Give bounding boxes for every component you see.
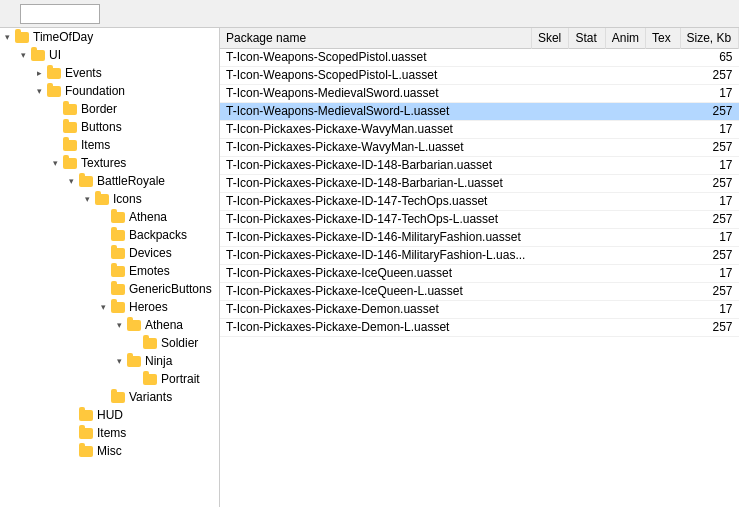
tree-node-foundation[interactable]: ▾Foundation [0,82,219,100]
col-header-stat[interactable]: Stat [569,28,605,48]
expand-icon-timeofday[interactable]: ▾ [0,30,14,44]
tree-label-textures: Textures [81,156,126,170]
expand-icon-foundation[interactable]: ▾ [32,84,46,98]
file-cell-stat [569,174,605,192]
file-cell-tex [646,120,680,138]
file-cell-tex [646,318,680,336]
file-row[interactable]: T-Icon-Pickaxes-Pickaxe-WavyMan-L.uasset… [220,138,739,156]
expand-icon-soldier [128,336,142,350]
tree-label-ui: UI [49,48,61,62]
file-cell-anim [605,282,645,300]
tree-node-heroes[interactable]: ▾Heroes [0,298,219,316]
file-row[interactable]: T-Icon-Pickaxes-Pickaxe-Demon.uasset17 [220,300,739,318]
tree-node-variants[interactable]: Variants [0,388,219,406]
folder-icon-athena-heroes [126,317,142,333]
file-row[interactable]: T-Icon-Pickaxes-Pickaxe-ID-148-Barbarian… [220,156,739,174]
file-row[interactable]: T-Icon-Pickaxes-Pickaxe-ID-147-TechOps-L… [220,210,739,228]
tree-label-border: Border [81,102,117,116]
file-row[interactable]: T-Icon-Pickaxes-Pickaxe-IceQueen-L.uasse… [220,282,739,300]
tree-node-emotes[interactable]: Emotes [0,262,219,280]
file-cell-tex [646,264,680,282]
col-header-size[interactable]: Size, Kb [680,28,738,48]
expand-icon-textures[interactable]: ▾ [48,156,62,170]
tree-label-devices: Devices [129,246,172,260]
tree-node-timeofday[interactable]: ▾TimeOfDay [0,28,219,46]
file-row[interactable]: T-Icon-Pickaxes-Pickaxe-ID-148-Barbarian… [220,174,739,192]
tree-node-icons[interactable]: ▾Icons [0,190,219,208]
file-cell-name: T-Icon-Weapons-MedievalSword.uasset [220,84,531,102]
folder-icon-icons [94,191,110,207]
col-header-name[interactable]: Package name [220,28,531,48]
tree-node-textures[interactable]: ▾Textures [0,154,219,172]
file-cell-anim [605,264,645,282]
folder-icon-soldier [142,335,158,351]
file-cell-stat [569,246,605,264]
expand-icon-athena-heroes[interactable]: ▾ [112,318,126,332]
file-row[interactable]: T-Icon-Pickaxes-Pickaxe-ID-146-MilitaryF… [220,246,739,264]
tree-label-events: Events [65,66,102,80]
expand-icon-items2 [64,426,78,440]
tree-node-hud[interactable]: HUD [0,406,219,424]
file-row[interactable]: T-Icon-Pickaxes-Pickaxe-IceQueen.uasset1… [220,264,739,282]
expand-icon-heroes[interactable]: ▾ [96,300,110,314]
file-cell-tex [646,192,680,210]
file-cell-size: 257 [680,282,738,300]
expand-icon-icons[interactable]: ▾ [80,192,94,206]
file-cell-anim [605,66,645,84]
file-cell-stat [569,156,605,174]
folder-icon-battleroyale [78,173,94,189]
file-cell-tex [646,210,680,228]
file-cell-anim [605,246,645,264]
file-row[interactable]: T-Icon-Weapons-ScopedPistol-L.uasset257 [220,66,739,84]
tree-node-items[interactable]: Items [0,136,219,154]
tree-node-backpacks[interactable]: Backpacks [0,226,219,244]
expand-icon-battleroyale[interactable]: ▾ [64,174,78,188]
tree-node-athena-heroes[interactable]: ▾Athena [0,316,219,334]
expand-icon-items [48,138,62,152]
tree-node-athena-icons[interactable]: Athena [0,208,219,226]
tree-node-events[interactable]: ▸Events [0,64,219,82]
file-cell-tex [646,246,680,264]
file-cell-anim [605,300,645,318]
tree-node-devices[interactable]: Devices [0,244,219,262]
tree-label-buttons: Buttons [81,120,122,134]
file-row[interactable]: T-Icon-Pickaxes-Pickaxe-Demon-L.uasset25… [220,318,739,336]
file-cell-size: 257 [680,318,738,336]
file-cell-name: T-Icon-Pickaxes-Pickaxe-ID-146-MilitaryF… [220,246,531,264]
filter-input[interactable] [20,4,100,24]
folder-icon-timeofday [14,29,30,45]
tree-node-battleroyale[interactable]: ▾BattleRoyale [0,172,219,190]
file-cell-stat [569,318,605,336]
folder-icon-variants [110,389,126,405]
file-row[interactable]: T-Icon-Weapons-MedievalSword.uasset17 [220,84,739,102]
tree-node-ninja[interactable]: ▾Ninja [0,352,219,370]
file-row[interactable]: T-Icon-Weapons-MedievalSword-L.uasset257 [220,102,739,120]
file-cell-tex [646,228,680,246]
file-row[interactable]: T-Icon-Pickaxes-Pickaxe-ID-146-MilitaryF… [220,228,739,246]
file-cell-tex [646,102,680,120]
expand-icon-events[interactable]: ▸ [32,66,46,80]
tree-node-ui[interactable]: ▾UI [0,46,219,64]
expand-icon-ui[interactable]: ▾ [16,48,30,62]
expand-icon-ninja[interactable]: ▾ [112,354,126,368]
tree-node-soldier[interactable]: Soldier [0,334,219,352]
col-header-tex[interactable]: Tex [646,28,680,48]
tree-label-athena-icons: Athena [129,210,167,224]
file-row[interactable]: T-Icon-Pickaxes-Pickaxe-ID-147-TechOps.u… [220,192,739,210]
tree-node-border[interactable]: Border [0,100,219,118]
main-area: ▾TimeOfDay▾UI▸Events▾FoundationBorderBut… [0,28,739,507]
tree-node-portrait[interactable]: Portrait [0,370,219,388]
expand-icon-buttons [48,120,62,134]
col-header-skel[interactable]: Skel [531,28,569,48]
tree-node-buttons[interactable]: Buttons [0,118,219,136]
folder-icon-items [62,137,78,153]
file-cell-size: 257 [680,102,738,120]
tree-node-misc[interactable]: Misc [0,442,219,460]
file-cell-stat [569,192,605,210]
file-row[interactable]: T-Icon-Weapons-ScopedPistol.uasset65 [220,48,739,66]
tree-node-items2[interactable]: Items [0,424,219,442]
file-row[interactable]: T-Icon-Pickaxes-Pickaxe-WavyMan.uasset17 [220,120,739,138]
col-header-anim[interactable]: Anim [605,28,645,48]
tree-node-genericbuttons[interactable]: GenericButtons [0,280,219,298]
tree-panel: ▾TimeOfDay▾UI▸Events▾FoundationBorderBut… [0,28,220,507]
